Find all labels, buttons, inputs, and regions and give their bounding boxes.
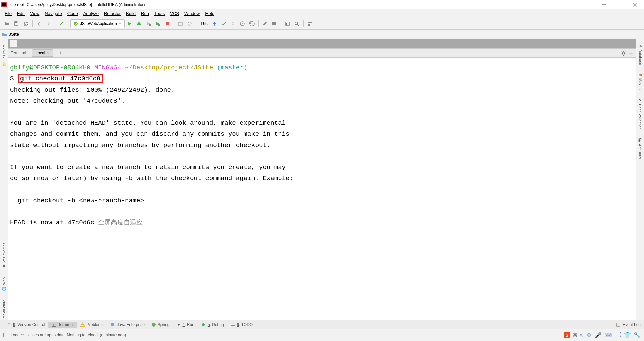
svg-line-36 [622,54,622,55]
menu-build[interactable]: Build [123,10,138,17]
svg-rect-22 [273,23,274,23]
bottom-toolwindow-bar: 9: Version Control Terminal Problems Jav… [0,320,644,329]
project-structure-icon[interactable] [270,19,279,28]
svg-rect-43 [231,324,235,324]
svg-rect-38 [52,323,56,326]
svg-rect-7 [15,22,17,23]
run-anything-icon[interactable] [283,19,292,28]
toolwindow-javaee[interactable]: Java Enterprise [107,322,148,328]
coverage-icon[interactable] [144,19,153,28]
ime-emoji-icon[interactable]: ☺ [586,332,592,338]
build-icon[interactable] [57,19,66,28]
ime-punct-icon[interactable]: •, [580,332,584,338]
ime-tshirt-icon[interactable]: 👕 [624,332,631,339]
highlighted-command: git checkout 47c0d6c8 [18,74,103,83]
stop-icon[interactable] [163,19,172,28]
toolwindow-maven[interactable]: mMaven [638,70,643,93]
close-button[interactable] [627,0,643,9]
toolwindow-debug[interactable]: 5: Debug [198,322,227,328]
toolwindow-ant[interactable]: 🐜Ant Build [637,135,643,162]
hide-toolwindow-icon[interactable]: — [629,51,633,55]
menu-code[interactable]: Code [65,10,81,17]
folder-icon [2,32,7,37]
menu-tools[interactable]: Tools [152,10,167,17]
toolwindows-toggle-icon[interactable] [3,333,7,337]
toolwindow-database[interactable]: 🗄Database [638,41,643,68]
toolwindow-spring[interactable]: Spring [148,322,173,328]
menu-analyze[interactable]: Analyze [81,10,101,17]
toolwindow-terminal[interactable]: Terminal [48,322,77,328]
toolwindow-problems[interactable]: Problems [77,322,107,328]
menu-bar: File Edit View Navigate Code Analyze Ref… [0,9,644,18]
chevron-down-icon [119,22,122,25]
profile-icon[interactable] [153,19,162,28]
git-commit-icon[interactable] [219,19,228,28]
svg-point-24 [295,22,298,25]
search-everywhere-icon[interactable] [292,19,301,28]
git-rollback-icon[interactable] [247,19,256,28]
git-history-icon[interactable] [238,19,247,28]
toolwindow-todo[interactable]: 6: TODO [227,322,257,328]
breadcrumb-root[interactable]: JSite [9,32,19,37]
save-icon[interactable] [12,19,21,28]
svg-rect-26 [308,22,310,23]
forward-icon[interactable] [44,19,53,28]
toolwindow-run[interactable]: 4: Run [173,322,198,328]
ime-tool-icon[interactable]: 🔧 [634,332,641,339]
menu-run[interactable]: Run [138,10,152,17]
svg-line-34 [622,51,622,52]
menu-view[interactable]: View [27,10,42,17]
sogou-ime-icon[interactable]: S [564,332,570,338]
back-icon[interactable] [35,19,43,28]
main-toolbar: JSiteWebApplication Git: [0,18,644,30]
maximize-button[interactable] [612,0,627,9]
run-config-selector[interactable]: JSiteWebApplication [70,19,125,28]
menu-vcs[interactable]: VCS [167,10,182,17]
settings-icon[interactable] [261,19,269,28]
minimize-button[interactable] [596,0,612,9]
terminal-tab-local[interactable]: Local ✕ [32,49,54,57]
menu-refactor[interactable]: Refactor [101,10,123,17]
svg-rect-28 [308,24,310,26]
run-icon[interactable] [125,19,134,28]
editor-minimize-icon[interactable]: — [10,40,17,47]
terminal-settings-icon[interactable] [621,51,626,56]
status-bar: Loaded classes are up to date. Nothing t… [0,329,644,341]
ime-skin-icon[interactable]: ⛶ [615,332,621,338]
open-icon[interactable] [3,19,11,28]
sync-icon[interactable] [21,19,30,28]
ime-lang[interactable]: 英 [573,332,577,338]
menu-navigate[interactable]: Navigate [42,10,64,17]
event-log-button[interactable]: Event Log [616,322,641,327]
ime-indicator: S 英 •, ☺ 🎤 ⌨ ⛶ 👕 🔧 [564,332,641,339]
git-compare-icon[interactable] [229,19,237,28]
terminal-output[interactable]: gblfy@DESKTOP-0RO4KH0 MINGW64 ~/Desktop/… [8,58,636,329]
terminal-label: Terminal: [11,51,27,55]
new-terminal-tab-icon[interactable]: + [59,50,62,56]
reload-icon[interactable] [185,19,194,28]
toolwindow-project[interactable]: 📁1: Project [1,41,7,69]
structure-popup-icon[interactable] [306,19,314,28]
close-tab-icon[interactable]: ✕ [47,51,50,55]
svg-line-35 [625,54,625,55]
svg-point-29 [623,52,625,54]
toolwindow-vcs[interactable]: 9: Version Control [3,322,48,328]
svg-rect-2 [3,6,4,6]
toolwindow-bean-validation[interactable]: ✔Bean Validation [637,95,643,133]
debug-icon[interactable] [135,19,143,28]
menu-edit[interactable]: Edit [14,10,27,17]
terminal-toolbar: Terminal: Local ✕ + — [8,48,636,58]
svg-rect-45 [617,323,620,326]
git-update-icon[interactable] [210,19,219,28]
ime-keyboard-icon[interactable]: ⌨ [604,332,613,339]
toolwindow-web[interactable]: 🌐Web [1,274,7,294]
svg-rect-4 [618,3,621,6]
ime-mic-icon[interactable]: 🎤 [595,332,602,339]
menu-help[interactable]: Help [202,10,217,17]
attach-icon[interactable] [176,19,185,28]
menu-file[interactable]: File [2,10,14,17]
menu-window[interactable]: Window [182,10,202,17]
svg-rect-23 [285,22,289,25]
toolwindow-favorites[interactable]: ★2: Favorites [1,239,7,271]
window-titlebar: jsite-root [C:\Users\gblfy\Desktop\proje… [0,0,644,9]
